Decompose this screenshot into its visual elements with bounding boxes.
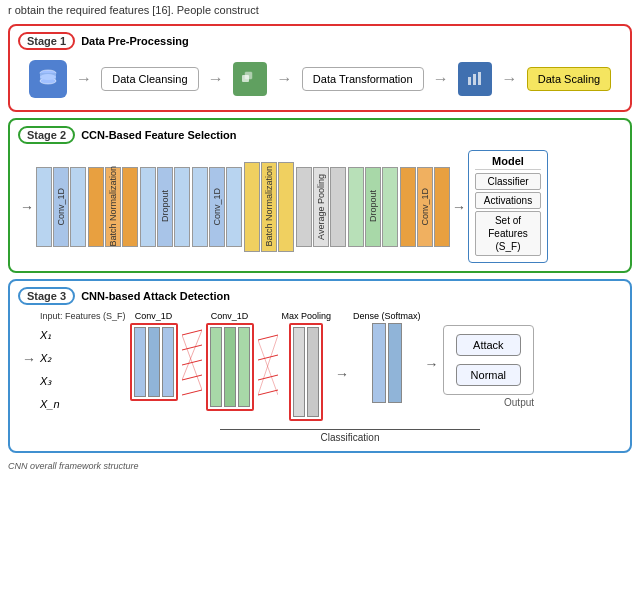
s3-max-pooling-col: Max Pooling bbox=[282, 311, 332, 421]
s3-dense-col: Dense (Softmax) bbox=[353, 311, 421, 403]
stage3-arrow-middle: → bbox=[335, 366, 349, 382]
stage3-box: Stage 3 CNN-based Attack Detection → Inp… bbox=[8, 279, 632, 453]
svg-line-17 bbox=[258, 335, 278, 340]
stage2-badge: Stage 2 bbox=[18, 126, 75, 144]
stage1-title: Data Pre-Processing bbox=[81, 35, 189, 47]
s3-conv1d-col1-label: Conv_1D bbox=[135, 311, 173, 321]
dropout-layer1: Dropout bbox=[140, 167, 190, 247]
stage1-box: Stage 1 Data Pre-Processing → Data Clean… bbox=[8, 24, 632, 112]
avg-pooling-layer: Average Pooling bbox=[296, 167, 346, 247]
data-cleansing-block: Data Cleansing bbox=[101, 67, 198, 91]
arrow1: → bbox=[76, 70, 92, 88]
stage2-arrow-out: → bbox=[452, 199, 466, 215]
activations-row: Activations bbox=[475, 192, 541, 209]
s3-dense-label: Dense (Softmax) bbox=[353, 311, 421, 321]
s3-max-pooling-label: Max Pooling bbox=[282, 311, 332, 321]
conv2-connections-svg bbox=[258, 325, 278, 425]
top-text: r obtain the required features [16]. Peo… bbox=[0, 0, 640, 18]
stage3-badge: Stage 3 bbox=[18, 287, 75, 305]
svg-point-4 bbox=[40, 74, 56, 80]
svg-line-13 bbox=[182, 375, 202, 380]
classification-label: Classification bbox=[321, 432, 380, 443]
stage3-arrow-in: → bbox=[22, 351, 36, 367]
stage2-arrow-in: → bbox=[20, 199, 34, 215]
db-icon bbox=[29, 60, 67, 98]
stage3-title: CNN-based Attack Detection bbox=[81, 290, 230, 302]
conv1d-layer1: Conv_1D bbox=[36, 167, 86, 247]
s3-conv1d-col2: Conv_1D bbox=[206, 311, 254, 411]
stage3-arrow-out: → bbox=[425, 356, 439, 372]
xn-label: X_n bbox=[40, 398, 60, 410]
stage2-title: CCN-Based Feature Selection bbox=[81, 129, 236, 141]
data-scaling-block: Data Scaling bbox=[527, 67, 611, 91]
conv1d-layer2: Conv_1D bbox=[192, 167, 242, 247]
classification-section: Classification bbox=[108, 429, 592, 443]
svg-line-11 bbox=[182, 345, 202, 350]
transform-icon bbox=[233, 62, 267, 96]
bottom-caption: CNN overall framework structure bbox=[0, 459, 640, 473]
input-features-col: Input: Features (S_F) X₁ X₂ X₃ X_n bbox=[40, 311, 126, 410]
input-features-label: Input: Features (S_F) bbox=[40, 311, 126, 321]
stage1-badge: Stage 1 bbox=[18, 32, 75, 50]
arrow2: → bbox=[208, 70, 224, 88]
arrow5: → bbox=[501, 70, 517, 88]
batch-norm-layer2: Batch Normalization bbox=[244, 162, 294, 252]
arrow4: → bbox=[433, 70, 449, 88]
conv-connections-svg bbox=[182, 325, 202, 415]
output-container: Attack Normal Output bbox=[443, 325, 534, 408]
svg-rect-6 bbox=[245, 72, 252, 79]
arrow3: → bbox=[277, 70, 293, 88]
svg-rect-8 bbox=[473, 74, 476, 85]
dropout-layer2: Dropout bbox=[348, 167, 398, 247]
svg-rect-7 bbox=[468, 77, 471, 85]
svg-line-14 bbox=[182, 390, 202, 395]
classifier-row: Classifier bbox=[475, 173, 541, 190]
conv1d-layer3: Conv_1D bbox=[400, 167, 450, 247]
model-title: Model bbox=[475, 155, 541, 170]
data-transformation-block: Data Transformation bbox=[302, 67, 424, 91]
x2-label: X₂ bbox=[40, 352, 60, 365]
scale-icon bbox=[458, 62, 492, 96]
svg-line-20 bbox=[258, 390, 278, 395]
svg-line-15 bbox=[182, 335, 202, 390]
s3-conv1d-col2-label: Conv_1D bbox=[211, 311, 249, 321]
svg-rect-9 bbox=[478, 72, 481, 85]
stage2-box: Stage 2 CCN-Based Feature Selection → Co… bbox=[8, 118, 632, 273]
x1-label: X₁ bbox=[40, 329, 60, 342]
output-label: Output bbox=[443, 397, 534, 408]
set-of-features-row: Set of Features (S_F) bbox=[475, 211, 541, 256]
attack-output: Attack bbox=[456, 334, 521, 356]
normal-output: Normal bbox=[456, 364, 521, 386]
s3-conv1d-col1: Conv_1D bbox=[130, 311, 178, 401]
model-box: Model Classifier Activations Set of Feat… bbox=[468, 150, 548, 263]
svg-line-10 bbox=[182, 330, 202, 335]
svg-line-19 bbox=[258, 375, 278, 380]
svg-line-16 bbox=[182, 330, 202, 380]
batch-norm-layer1: Batch Normalization bbox=[88, 167, 138, 247]
svg-line-18 bbox=[258, 355, 278, 360]
x3-label: X₃ bbox=[40, 375, 60, 388]
